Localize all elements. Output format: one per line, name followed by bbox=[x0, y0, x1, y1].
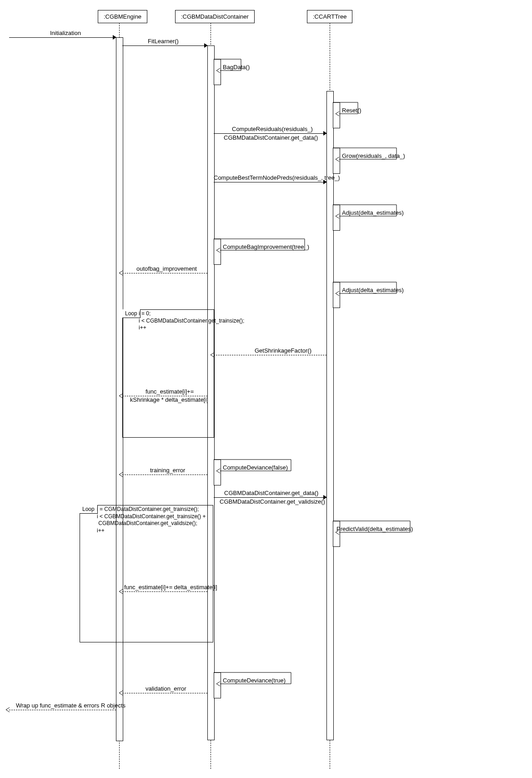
label-bagdata: BagData() bbox=[223, 64, 250, 71]
arrowhead-open bbox=[211, 353, 215, 357]
label-valerr: validation_error bbox=[146, 685, 186, 692]
arrowhead-open bbox=[119, 394, 124, 398]
label-func1b: kShrinkage * delta_estimate[i] bbox=[130, 396, 208, 403]
label-oob: outofbag_improvement bbox=[136, 265, 197, 272]
label-trainerr: training_error bbox=[150, 467, 185, 474]
label-dev2: ComputeDeviance(true) bbox=[223, 677, 286, 684]
arrow-getdata2 bbox=[214, 497, 326, 498]
arrowhead bbox=[113, 35, 117, 40]
loop2-tag: Loop bbox=[80, 505, 98, 514]
label-predvalid: PredictValid(delta_estimates) bbox=[336, 525, 413, 532]
return-trainerr bbox=[122, 475, 207, 475]
loop1-tag: Loop bbox=[122, 309, 141, 318]
arrowhead bbox=[204, 43, 209, 48]
label-wrap: Wrap up func_estimate & errors R objects bbox=[16, 702, 125, 709]
arrow-bestterm bbox=[214, 182, 326, 182]
label-getdata2: CGBMDataDistContainer.get_data() bbox=[224, 490, 318, 496]
label-reset: Reset() bbox=[342, 107, 361, 114]
label-func2: func_estimate[i]+= delta_estimate[i] bbox=[124, 584, 217, 591]
participant-container: :CGBMDataDistContainer bbox=[175, 10, 255, 23]
return-wrap bbox=[9, 710, 116, 711]
label-init: Initialization bbox=[50, 30, 81, 36]
arrow-init bbox=[9, 37, 116, 38]
return-func2 bbox=[122, 591, 207, 592]
label-bestterm: ComputeBestTermNodePreds(residuals_, tre… bbox=[214, 174, 340, 181]
arrowhead-open bbox=[119, 271, 124, 275]
arrow-fitlearner bbox=[122, 45, 207, 46]
return-valerr bbox=[122, 693, 207, 694]
label-getdata1: CGBMDataDistContainer.get_data() bbox=[224, 134, 318, 141]
label-dev1: ComputeDeviance(false) bbox=[223, 464, 288, 471]
arrowhead-open bbox=[6, 707, 10, 712]
participant-tree: :CCARTTree bbox=[307, 10, 352, 23]
participant-engine: :CGBMEngine bbox=[98, 10, 147, 23]
arrow-compres bbox=[214, 133, 326, 134]
label-getvalid: CGBMDataDistContainer.get_validsize() bbox=[220, 498, 325, 505]
loop2-cond: i = CGMDataDistContainer.get_trainsize()… bbox=[97, 506, 206, 534]
return-shrink bbox=[214, 355, 326, 356]
label-adjust2: Adjust(delta_estimates) bbox=[342, 287, 404, 293]
activation-tree bbox=[326, 91, 334, 740]
arrowhead-open bbox=[119, 691, 124, 695]
arrowhead-open bbox=[119, 589, 124, 594]
label-shrink: GetShrinkageFactor() bbox=[255, 347, 311, 354]
label-compres: ComputeResiduals(residuals_) bbox=[232, 126, 313, 132]
arrowhead-open bbox=[119, 472, 124, 477]
return-oob bbox=[122, 273, 207, 274]
label-func1a: func_estimate[i]+= bbox=[146, 388, 194, 395]
loop1-cond: i = 0; i < CGBMDataDistContainer.get_tra… bbox=[139, 310, 244, 332]
label-adjust1: Adjust(delta_estimates) bbox=[342, 209, 404, 216]
arrowhead bbox=[323, 131, 328, 136]
label-grow: Grow(residuals_, data_) bbox=[342, 152, 405, 159]
label-bagimp: ComputeBagImprovement(tree_) bbox=[223, 243, 309, 250]
label-fitlearner: FitLearner() bbox=[148, 38, 179, 45]
